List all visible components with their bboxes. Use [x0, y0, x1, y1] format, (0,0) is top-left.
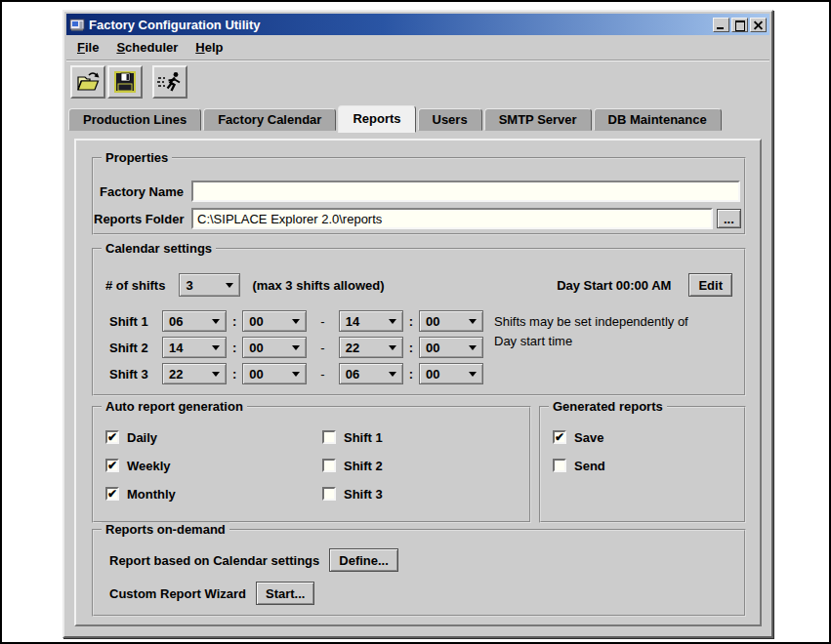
- daily-checkbox-box[interactable]: ✔: [105, 430, 119, 444]
- monthly-checkbox-box[interactable]: ✔: [105, 487, 119, 501]
- shift2-label: Shift 2: [109, 341, 156, 355]
- menu-help[interactable]: Help: [187, 36, 231, 59]
- factory-name-label: Factory Name: [94, 184, 184, 199]
- send-checkbox-box[interactable]: ✔: [553, 459, 566, 472]
- chevron-down-icon: [469, 372, 477, 377]
- reports-tab-panel: Properties Factory Name Reports Folder .…: [74, 139, 762, 626]
- factory-configuration-window: Factory Configuration Utility File Sched…: [62, 10, 773, 638]
- dash-separator: -: [320, 367, 324, 382]
- chevron-down-icon: [212, 372, 220, 377]
- dash-separator: -: [320, 314, 324, 329]
- chevron-down-icon: [292, 319, 300, 324]
- chevron-down-icon: [389, 345, 396, 350]
- checkbox-shift1[interactable]: ✔ Shift 1: [322, 427, 383, 447]
- colon-separator: :: [409, 367, 413, 382]
- tab-smtp-server[interactable]: SMTP Server: [484, 108, 592, 131]
- open-folder-icon: [75, 69, 101, 95]
- screenshot-canvas: Factory Configuration Utility File Sched…: [0, 0, 831, 644]
- shift1-end-min-select[interactable]: 00: [419, 310, 483, 332]
- menu-file[interactable]: File: [68, 36, 107, 59]
- close-button[interactable]: [750, 18, 767, 32]
- save-button[interactable]: [107, 65, 143, 99]
- factory-name-input[interactable]: [191, 181, 740, 202]
- colon-separator: :: [232, 341, 236, 355]
- colon-separator: :: [409, 341, 413, 355]
- shift1-checkbox-box[interactable]: ✔: [322, 430, 336, 444]
- shifts-note-line1: Shifts may be set independently of: [494, 312, 743, 332]
- custom-wizard-label: Custom Report Wizard: [109, 586, 246, 601]
- dash-separator: -: [320, 341, 324, 355]
- shift3-checkbox-box[interactable]: ✔: [322, 487, 336, 501]
- calendar-report-label: Report based on Calendar settings: [109, 553, 319, 568]
- auto-report-generation-group: Auto report generation ✔ Daily ✔ Weekly …: [92, 406, 531, 523]
- shift2-start-hour-select[interactable]: 14: [162, 337, 227, 358]
- reports-folder-input[interactable]: [191, 208, 713, 229]
- auto-report-group-title: Auto report generation: [102, 399, 247, 414]
- checkbox-shift2[interactable]: ✔ Shift 2: [322, 456, 383, 475]
- tab-factory-calendar[interactable]: Factory Calendar: [203, 108, 336, 131]
- tab-db-maintenance[interactable]: DB Maintenance: [594, 108, 722, 131]
- shift1-end-hour-select[interactable]: 14: [339, 310, 403, 332]
- chevron-down-icon: [389, 319, 396, 324]
- chevron-down-icon: [469, 345, 477, 350]
- chevron-down-icon: [292, 345, 300, 350]
- run-scheduler-button[interactable]: [152, 65, 187, 99]
- chevron-down-icon: [389, 372, 396, 377]
- shift3-start-hour-select[interactable]: 22: [162, 363, 227, 384]
- calendar-settings-group-title: Calendar settings: [102, 241, 216, 256]
- shift3-end-min-select[interactable]: 00: [419, 363, 483, 384]
- minimize-button[interactable]: [713, 18, 729, 32]
- chevron-down-icon: [212, 345, 220, 350]
- generated-reports-group-title: Generated reports: [549, 399, 667, 414]
- define-button[interactable]: Define...: [329, 548, 398, 572]
- running-man-icon: [157, 69, 183, 95]
- chevron-down-icon: [226, 283, 233, 288]
- menu-scheduler[interactable]: Scheduler: [107, 36, 187, 59]
- checkbox-monthly[interactable]: ✔ Monthly: [105, 484, 176, 503]
- shift3-start-min-select[interactable]: 00: [242, 363, 307, 384]
- menu-bar: File Scheduler Help: [66, 35, 769, 60]
- shift1-start-hour-select[interactable]: 06: [162, 310, 227, 332]
- check-icon: ✔: [107, 489, 117, 499]
- weekly-checkbox-box[interactable]: ✔: [105, 459, 119, 472]
- shifts-note-line2: Day start time: [494, 332, 743, 351]
- title-bar[interactable]: Factory Configuration Utility: [66, 14, 769, 35]
- save-checkbox-box[interactable]: ✔: [553, 430, 566, 444]
- save-floppy-icon: [112, 69, 138, 95]
- properties-group: Properties Factory Name Reports Folder .…: [92, 157, 746, 235]
- shift2-checkbox-box[interactable]: ✔: [322, 459, 336, 472]
- shift2-start-min-select[interactable]: 00: [242, 337, 307, 358]
- checkbox-weekly[interactable]: ✔ Weekly: [105, 456, 171, 475]
- chevron-down-icon: [469, 319, 477, 324]
- checkbox-save[interactable]: ✔ Save: [553, 427, 603, 447]
- check-icon: ✔: [107, 432, 117, 442]
- day-start-edit-button[interactable]: Edit: [688, 273, 732, 297]
- shift3-end-hour-select[interactable]: 06: [339, 363, 403, 384]
- day-start-text: Day Start 00:00 AM: [557, 278, 671, 293]
- shift2-end-min-select[interactable]: 00: [419, 337, 483, 358]
- colon-separator: :: [409, 314, 413, 329]
- start-button[interactable]: Start...: [256, 582, 314, 605]
- maximize-button[interactable]: [731, 18, 748, 32]
- shift1-label: Shift 1: [109, 314, 156, 329]
- browse-folder-button[interactable]: ...: [717, 209, 741, 228]
- num-shifts-label: # of shifts: [105, 278, 165, 293]
- chevron-down-icon: [212, 319, 220, 324]
- calendar-settings-group: Calendar settings # of shifts 3 (max 3 s…: [92, 248, 746, 396]
- tab-production-lines[interactable]: Production Lines: [68, 108, 201, 131]
- tab-reports[interactable]: Reports: [338, 105, 415, 133]
- reports-folder-label: Reports Folder: [94, 212, 184, 226]
- toolbar: [66, 60, 769, 103]
- shift3-label: Shift 3: [109, 367, 156, 382]
- checkbox-daily[interactable]: ✔ Daily: [105, 427, 157, 447]
- open-button[interactable]: [70, 65, 105, 99]
- colon-separator: :: [232, 367, 236, 382]
- check-icon: ✔: [107, 461, 117, 470]
- shift2-end-hour-select[interactable]: 22: [339, 337, 403, 358]
- num-shifts-select[interactable]: 3: [179, 273, 240, 297]
- shift1-start-min-select[interactable]: 00: [242, 310, 307, 332]
- checkbox-shift3[interactable]: ✔ Shift 3: [322, 484, 383, 503]
- window-title: Factory Configuration Utility: [89, 18, 711, 32]
- checkbox-send[interactable]: ✔ Send: [553, 456, 605, 475]
- tab-users[interactable]: Users: [418, 108, 482, 131]
